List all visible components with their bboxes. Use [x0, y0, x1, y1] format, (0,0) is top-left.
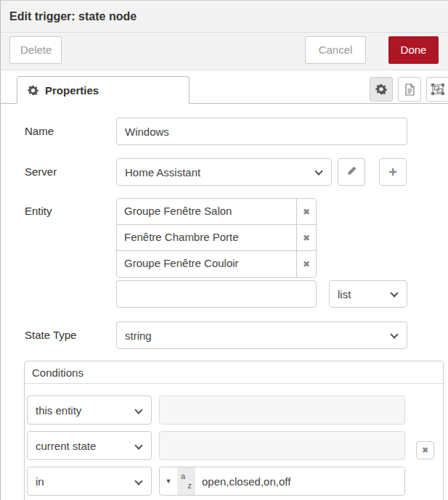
entity-item-value[interactable]: Groupe Fenêtre Salon — [117, 199, 296, 224]
chevron-down-icon — [134, 441, 142, 449]
name-row: Name — [25, 118, 448, 145]
condition-comparator-select[interactable]: current state — [27, 431, 152, 460]
description-tab-button[interactable] — [398, 77, 421, 102]
condition-property-value: this entity — [36, 404, 81, 417]
conditions-title: Conditions — [25, 361, 443, 384]
appearance-tab-button[interactable] — [426, 77, 448, 102]
entity-list-item[interactable]: Fenêtre Chambre Porte ✖ — [117, 225, 316, 251]
server-row: Server Home Assistant + — [25, 158, 448, 186]
entity-label: Entity — [25, 198, 116, 308]
edit-server-button[interactable] — [338, 158, 365, 186]
gear-icon — [28, 85, 38, 96]
state-type-select[interactable]: string — [116, 321, 407, 349]
plus-icon: + — [388, 164, 397, 181]
condition-property-select[interactable]: this entity — [27, 396, 152, 425]
done-button[interactable]: Done — [388, 36, 439, 64]
entity-item-value[interactable]: Groupe Fenêtre Couloir — [117, 251, 296, 277]
server-select-value: Home Assistant — [125, 166, 200, 179]
condition-property-row: this entity — [27, 396, 441, 425]
state-type-label: State Type — [25, 321, 116, 349]
condition-comparator-value: current state — [36, 440, 96, 452]
remove-condition-button[interactable]: ✖ — [416, 441, 434, 459]
condition-operator-value: in — [36, 475, 44, 488]
entity-list-item[interactable]: Groupe Fenêtre Couloir ✖ — [117, 251, 316, 277]
condition-property-input — [159, 396, 405, 425]
tab-properties[interactable]: Properties — [17, 76, 190, 104]
condition-comparator-row: current state — [27, 431, 441, 460]
remove-entity-button[interactable]: ✖ — [296, 199, 316, 224]
state-type-value: string — [125, 329, 152, 342]
chevron-down-icon — [390, 289, 398, 297]
entity-list: Groupe Fenêtre Salon ✖ Fenêtre Chambre P… — [116, 198, 317, 278]
entity-item-value[interactable]: Fenêtre Chambre Porte — [117, 225, 296, 250]
delete-button[interactable]: Delete — [9, 36, 62, 64]
chevron-down-icon — [134, 477, 142, 485]
server-select[interactable]: Home Assistant — [116, 158, 332, 186]
entity-row: Entity Groupe Fenêtre Salon ✖ Fenêtre Ch… — [25, 198, 448, 308]
condition-value-input[interactable] — [195, 467, 404, 495]
remove-icon: ✖ — [422, 446, 428, 455]
server-label: Server — [25, 158, 116, 186]
object-group-icon — [431, 83, 444, 95]
remove-entity-button[interactable]: ✖ — [296, 225, 316, 250]
dialog-toolbar: Delete Cancel Done — [1, 33, 448, 70]
remove-entity-button[interactable]: ✖ — [296, 251, 316, 277]
dialog-title: Edit trigger: state node — [9, 10, 137, 23]
dialog-titlebar: Edit trigger: state node — [1, 1, 448, 33]
condition-value-row: in ▼ a z — [27, 467, 441, 496]
entity-type-value: list — [338, 288, 351, 300]
conditions-box: Conditions this entity current state in — [24, 361, 444, 500]
properties-form: Name Server Home Assistant + Entity Grou… — [1, 118, 448, 500]
sort-az-icon: a z — [177, 467, 195, 495]
chevron-down-icon — [134, 406, 142, 414]
cancel-button[interactable]: Cancel — [305, 36, 366, 64]
chevron-down-icon — [390, 330, 398, 338]
editor-tab-bar: Properties — [1, 70, 448, 104]
condition-comparator-input — [159, 431, 405, 460]
entity-type-select[interactable]: list — [329, 280, 407, 308]
remove-icon: ✖ — [303, 207, 310, 217]
add-server-button[interactable]: + — [379, 158, 407, 186]
condition-operator-select[interactable]: in — [27, 467, 152, 496]
name-input[interactable] — [116, 118, 407, 145]
properties-tab-button[interactable] — [370, 77, 393, 102]
remove-icon: ✖ — [303, 233, 310, 243]
entity-list-item[interactable]: Groupe Fenêtre Salon ✖ — [117, 199, 316, 225]
typed-input-group: ▼ a z — [159, 467, 405, 496]
document-icon — [404, 83, 415, 96]
entity-add-input[interactable] — [116, 280, 317, 308]
tab-properties-label: Properties — [45, 84, 99, 97]
remove-icon: ✖ — [303, 259, 310, 269]
state-type-row: State Type string — [25, 321, 448, 349]
gear-icon — [375, 83, 387, 95]
pencil-icon — [346, 165, 357, 179]
name-label: Name — [25, 118, 116, 145]
typed-input-type-button[interactable]: ▼ a z — [160, 467, 195, 495]
chevron-down-icon — [314, 167, 322, 175]
caret-down-icon: ▼ — [160, 478, 177, 485]
